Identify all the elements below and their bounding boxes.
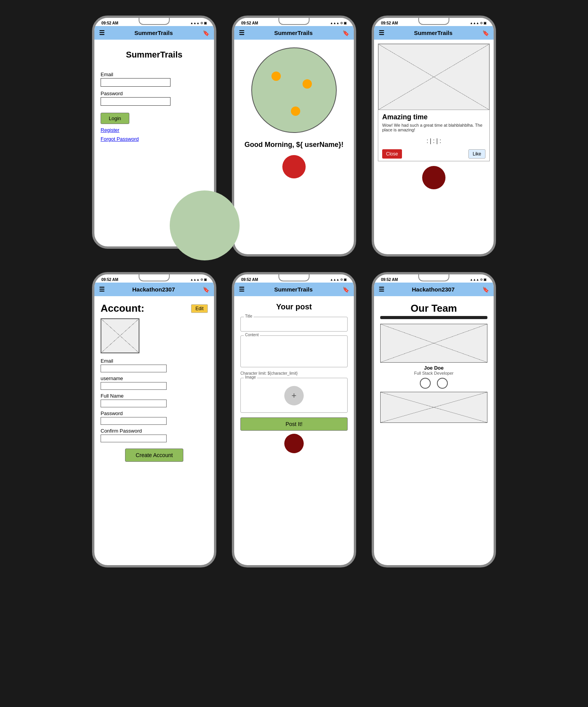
status-icons-5: ▲▲▲ ⊙ ▣ bbox=[330, 278, 347, 281]
hamburger-icon-6[interactable]: ☰ bbox=[379, 286, 384, 293]
row-2: 09:52 AM ▲▲▲ ⊙ ▣ ☰ Hackathon2307 🔖 Accou… bbox=[92, 272, 496, 567]
status-time-2: 09:52 AM bbox=[241, 21, 258, 25]
email-input[interactable] bbox=[101, 78, 170, 87]
post-card: Amazing time Wow! We had such a great ti… bbox=[378, 44, 490, 161]
hamburger-icon-3[interactable]: ☰ bbox=[379, 29, 384, 37]
status-time-3: 09:52 AM bbox=[381, 21, 398, 25]
login-button[interactable]: Login bbox=[101, 113, 129, 124]
hamburger-icon-5[interactable]: ☰ bbox=[239, 286, 244, 293]
password-input[interactable] bbox=[101, 97, 170, 106]
forgot-password-link[interactable]: Forgot Password bbox=[101, 136, 208, 142]
hamburger-icon-4[interactable]: ☰ bbox=[99, 286, 104, 293]
title-field: Title bbox=[240, 317, 348, 332]
app-header-5: ☰ SummerTrails 🔖 bbox=[234, 283, 354, 296]
notch-1 bbox=[139, 18, 170, 25]
account-content: Account: Edit Email username Full Name P… bbox=[94, 296, 214, 565]
bookmark-icon-3[interactable]: 🔖 bbox=[482, 30, 489, 36]
status-bar-1: 09:52 AM ▲▲▲ ⊙ ▣ bbox=[94, 18, 214, 26]
bookmark-icon-1[interactable]: 🔖 bbox=[203, 30, 209, 36]
hamburger-icon-1[interactable]: ☰ bbox=[99, 29, 104, 37]
greeting-text: Good Morning, ${ userName}! bbox=[244, 141, 343, 149]
bookmark-icon-4[interactable]: 🔖 bbox=[203, 286, 209, 293]
morning-content: Good Morning, ${ userName}! bbox=[234, 40, 354, 254]
account-section-title: Account: bbox=[101, 302, 144, 314]
account-confirm-input[interactable] bbox=[101, 435, 167, 442]
your-post-title: Your post bbox=[240, 302, 348, 311]
orange-dot-1 bbox=[271, 72, 281, 81]
account-username-input[interactable] bbox=[101, 382, 167, 390]
post-it-button[interactable]: Post It! bbox=[240, 417, 348, 431]
app-title-2: SummerTrails bbox=[274, 30, 313, 36]
email-field-label: Email bbox=[101, 358, 208, 364]
login-title: SummerTrails bbox=[101, 50, 208, 60]
edit-button[interactable]: Edit bbox=[191, 304, 208, 313]
team-image-bottom bbox=[380, 392, 487, 423]
bookmark-icon-2[interactable]: 🔖 bbox=[343, 30, 349, 36]
overlap-green-circle bbox=[170, 190, 240, 260]
email-label: Email bbox=[101, 72, 208, 77]
post-card-content: Amazing time Wow! We had such a great ti… bbox=[374, 40, 494, 254]
notch-4 bbox=[139, 274, 170, 281]
app-header-2: ☰ SummerTrails 🔖 bbox=[234, 26, 354, 40]
social-circle-2[interactable] bbox=[437, 378, 448, 389]
account-fullname-input[interactable] bbox=[101, 400, 167, 407]
phone-account: 09:52 AM ▲▲▲ ⊙ ▣ ☰ Hackathon2307 🔖 Accou… bbox=[92, 272, 216, 567]
bookmark-icon-5[interactable]: 🔖 bbox=[343, 286, 349, 293]
like-button[interactable]: Like bbox=[468, 149, 485, 159]
dot-5: : bbox=[439, 138, 441, 145]
team-underline bbox=[380, 316, 487, 319]
notch-3 bbox=[418, 18, 449, 25]
account-avatar bbox=[101, 318, 139, 353]
status-bar-5: 09:52 AM ▲▲▲ ⊙ ▣ bbox=[234, 274, 354, 283]
post-card-image bbox=[378, 44, 489, 110]
phone-login-wrapper: 09:52 AM ▲▲▲ ⊙ ▣ ☰ SummerTrails 🔖 Summer… bbox=[92, 16, 216, 249]
bookmark-icon-6[interactable]: 🔖 bbox=[482, 286, 489, 293]
status-bar-6: 09:52 AM ▲▲▲ ⊙ ▣ bbox=[374, 274, 494, 283]
status-bar-4: 09:52 AM ▲▲▲ ⊙ ▣ bbox=[94, 274, 214, 283]
account-email-input[interactable] bbox=[101, 365, 167, 372]
status-icons-3: ▲▲▲ ⊙ ▣ bbox=[470, 21, 487, 25]
phone-your-post: 09:52 AM ▲▲▲ ⊙ ▣ ☰ SummerTrails 🔖 Your p… bbox=[232, 272, 356, 567]
create-account-button[interactable]: Create Account bbox=[125, 449, 183, 462]
dot-4: | bbox=[436, 138, 438, 145]
status-icons-2: ▲▲▲ ⊙ ▣ bbox=[330, 21, 347, 25]
register-link[interactable]: Register bbox=[101, 127, 208, 133]
orange-dot-2 bbox=[303, 79, 312, 89]
big-green-circle bbox=[251, 47, 337, 133]
content-textarea[interactable] bbox=[244, 340, 344, 363]
phone-our-team: 09:52 AM ▲▲▲ ⊙ ▣ ☰ Hackathon2307 🔖 Our T… bbox=[372, 272, 496, 567]
dot-3: : bbox=[433, 138, 435, 145]
status-icons-4: ▲▲▲ ⊙ ▣ bbox=[190, 278, 207, 281]
post-actions: Close Like bbox=[378, 147, 489, 161]
confirm-field-label: Confirm Password bbox=[101, 428, 208, 434]
hamburger-icon-2[interactable]: ☰ bbox=[239, 29, 244, 37]
your-post-content: Your post Title Content Character limit:… bbox=[234, 296, 354, 565]
status-icons-1: ▲▲▲ ⊙ ▣ bbox=[190, 21, 207, 25]
image-upload-box: Image + bbox=[240, 378, 348, 413]
phone-post-card: 09:52 AM ▲▲▲ ⊙ ▣ ☰ SummerTrails 🔖 Amazin… bbox=[372, 16, 496, 257]
dark-red-circle-3 bbox=[422, 166, 445, 189]
content-field: Content bbox=[240, 335, 348, 367]
app-title-4: Hackathon2307 bbox=[132, 286, 175, 293]
account-password-input[interactable] bbox=[101, 417, 167, 425]
red-circle-button-2[interactable] bbox=[282, 155, 306, 178]
app-header-3: ☰ SummerTrails 🔖 bbox=[374, 26, 494, 40]
username-field-label: username bbox=[101, 375, 208, 381]
add-image-button[interactable]: + bbox=[284, 386, 304, 405]
social-circle-1[interactable] bbox=[420, 378, 431, 389]
password-field-label: Password bbox=[101, 410, 208, 416]
social-circles bbox=[380, 378, 487, 389]
close-button[interactable]: Close bbox=[382, 149, 402, 159]
member-info: Joe Doe Full Stack Developer bbox=[380, 365, 487, 375]
member-role: Full Stack Developer bbox=[380, 371, 487, 375]
app-title-1: SummerTrails bbox=[134, 30, 173, 36]
member-name: Joe Doe bbox=[380, 365, 487, 371]
title-input[interactable] bbox=[244, 321, 344, 329]
status-bar-2: 09:52 AM ▲▲▲ ⊙ ▣ bbox=[234, 18, 354, 26]
image-field-label: Image bbox=[244, 375, 257, 379]
row-1: 09:52 AM ▲▲▲ ⊙ ▣ ☰ SummerTrails 🔖 Summer… bbox=[92, 16, 496, 257]
app-title-3: SummerTrails bbox=[414, 30, 452, 36]
fullname-field-label: Full Name bbox=[101, 393, 208, 399]
dot-2: | bbox=[430, 138, 431, 145]
our-team-content: Our Team Joe Doe Full Stack Developer bbox=[374, 296, 494, 565]
